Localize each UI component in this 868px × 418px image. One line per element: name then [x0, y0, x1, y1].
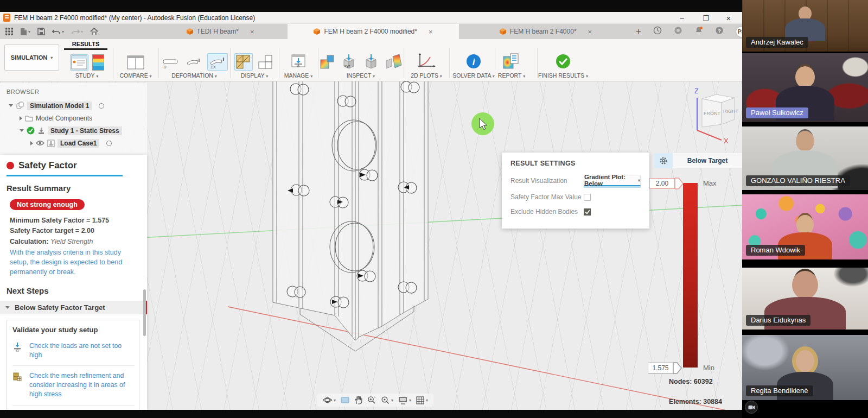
viewcube-right-face[interactable]: RIGHT [723, 109, 739, 114]
chevron-right-icon[interactable] [20, 116, 22, 121]
solver-data-icon[interactable]: i [464, 52, 483, 71]
participant-tile[interactable]: Regita Bendikienė [742, 335, 868, 400]
legend-settings-button[interactable] [654, 153, 673, 168]
participant-name: Paweł Sułkowicz [746, 107, 808, 118]
group-label[interactable]: FINISH RESULTS [538, 72, 584, 79]
2d-plots-icon[interactable] [416, 52, 437, 71]
home-icon[interactable] [90, 28, 98, 35]
notifications-bell-icon[interactable] [694, 26, 703, 37]
group-label[interactable]: STUDY [75, 72, 94, 79]
participant-tile[interactable]: Darius Eidukynas [742, 268, 868, 330]
h-beam-model[interactable] [273, 81, 428, 351]
participant-tile[interactable]: Roman Wdowik [742, 194, 868, 259]
finish-results-icon[interactable] [554, 52, 572, 71]
group-label[interactable]: 2D PLOTS [411, 72, 438, 79]
app-grid-icon[interactable] [5, 28, 13, 35]
file-menu-icon[interactable]: ▾ [20, 28, 30, 36]
below-target-section-header[interactable]: Below Safety Factor Target [0, 301, 147, 314]
tab-fem-h-beam-modified[interactable]: FEM H beam 2 F4000 modified* × [288, 24, 459, 39]
compare-icon[interactable] [126, 54, 145, 71]
minimize-button[interactable]: – [674, 12, 690, 24]
user-avatar[interactable]: PS [736, 26, 742, 37]
chevron-right-icon[interactable] [30, 141, 33, 145]
group-label[interactable]: MANAGE [284, 72, 309, 79]
participant-tile[interactable]: Andrzej Kawalec [742, 0, 868, 52]
look-at-icon[interactable] [341, 396, 349, 404]
exclude-hidden-checkbox[interactable] [584, 208, 591, 216]
next-step-item[interactable]: Check the mesh refinement and consider i… [12, 365, 135, 405]
workspace-switcher[interactable]: SIMULATION ▾ [4, 45, 59, 71]
new-tab-icon[interactable]: + [636, 26, 641, 37]
view-cube[interactable]: Z X FRONT RIGHT [682, 83, 742, 145]
inspect-probe-xyz-icon[interactable]: xyz [340, 52, 358, 71]
manage-icon[interactable] [289, 53, 308, 71]
tab-tedi-h-beam[interactable]: TEDI H beam* × [155, 24, 286, 39]
group-label[interactable]: INSPECT [347, 72, 371, 79]
tab-close-icon[interactable]: × [250, 28, 254, 36]
group-label[interactable]: SOLVER DATA [452, 72, 491, 79]
redo-icon[interactable]: ▾ [71, 28, 83, 35]
chevron-down-icon[interactable] [9, 104, 13, 107]
tree-item-simulation-model[interactable]: Simulation Model 1 [0, 99, 147, 112]
panel-scrollbar[interactable] [143, 289, 146, 336]
group-label[interactable]: COMPARE [119, 72, 148, 79]
group-label[interactable]: REPORT [498, 72, 521, 79]
deformation-none-icon[interactable]: 0 [161, 54, 180, 71]
chevron-down-icon: ▾ [426, 398, 428, 403]
report-icon[interactable] [502, 52, 521, 71]
job-status-icon[interactable] [674, 26, 682, 37]
gear-icon [659, 156, 668, 166]
min-value-box[interactable]: 1.575 [648, 363, 673, 373]
legend-color-bar[interactable] [683, 183, 698, 368]
fit-icon[interactable]: ▾ [381, 396, 393, 404]
participant-tile[interactable]: GONZALO VALIÑO RIESTRA [742, 126, 868, 190]
fusion-window: FEM H beam 2 F4000 modified* (My center)… [0, 0, 742, 418]
legend-max-marker[interactable]: 2.00 [649, 178, 684, 189]
tree-item-study[interactable]: Study 1 - Static Stress [0, 124, 147, 137]
save-icon[interactable] [37, 28, 45, 35]
tree-item-load-case[interactable]: Load Case1 [0, 137, 147, 149]
pan-icon[interactable] [354, 396, 362, 404]
quick-access-toolbar: ▾ ▾ ▾ [5, 24, 98, 39]
undo-icon[interactable]: ▾ [52, 28, 64, 35]
participant-tile[interactable]: Paweł Sułkowicz [742, 53, 868, 122]
display-solid-icon[interactable] [257, 53, 275, 71]
inspect-probe-icon[interactable] [362, 52, 380, 71]
group-label[interactable]: DEFORMATION [171, 72, 213, 79]
visualization-dropdown[interactable]: Gradient Plot: Below ▾ [584, 175, 641, 186]
study-panel-icon[interactable] [70, 54, 88, 71]
help-icon[interactable]: ? [715, 26, 724, 37]
chevron-down-icon[interactable] [20, 129, 24, 132]
participant-name: Roman Wdowik [746, 245, 805, 256]
inspect-slice-icon[interactable] [384, 52, 404, 71]
eye-icon[interactable] [36, 140, 44, 146]
next-step-item[interactable]: Check the loads are not set too high [12, 336, 135, 365]
deformation-actual-icon[interactable] [184, 54, 203, 71]
deformation-scaled-icon[interactable]: 1X [207, 53, 228, 71]
tree-item-model-components[interactable]: Model Components [0, 112, 147, 124]
display-mesh-icon[interactable] [234, 53, 253, 71]
legend-min-marker[interactable]: 1.575 [648, 362, 682, 374]
viewcube-front-face[interactable]: FRONT [704, 111, 720, 116]
max-value-box[interactable]: 2.00 [649, 178, 675, 189]
orbit-icon[interactable]: ▾ [323, 396, 336, 404]
max-value-checkbox[interactable] [584, 194, 591, 201]
close-button[interactable]: × [720, 12, 737, 24]
tab-fem-h-beam[interactable]: FEM H beam 2 F4000* × [460, 24, 631, 39]
participant-name: Regita Bendikienė [746, 385, 813, 396]
restore-button[interactable]: ❐ [698, 12, 714, 24]
exclude-hidden-label: Exclude Hidden Bodies [510, 208, 584, 216]
group-label[interactable]: DISPLAY [241, 72, 264, 79]
extension-icon[interactable] [653, 26, 662, 37]
grid-settings-icon[interactable]: ▾ [416, 396, 428, 404]
visibility-radio-icon[interactable] [99, 103, 104, 109]
3d-viewport[interactable]: Z X FRONT RIGHT BROWSER Simulation Model… [0, 81, 742, 410]
visibility-radio-icon[interactable] [106, 141, 112, 146]
tab-close-icon[interactable]: × [588, 28, 592, 36]
legend-plot-icon[interactable] [92, 54, 104, 71]
zoom-icon[interactable] [367, 396, 376, 404]
inspect-results-icon[interactable] [318, 53, 336, 71]
display-settings-icon[interactable]: ▾ [398, 396, 411, 404]
tab-close-icon[interactable]: × [429, 28, 433, 36]
meeting-controls-button[interactable] [745, 401, 758, 414]
